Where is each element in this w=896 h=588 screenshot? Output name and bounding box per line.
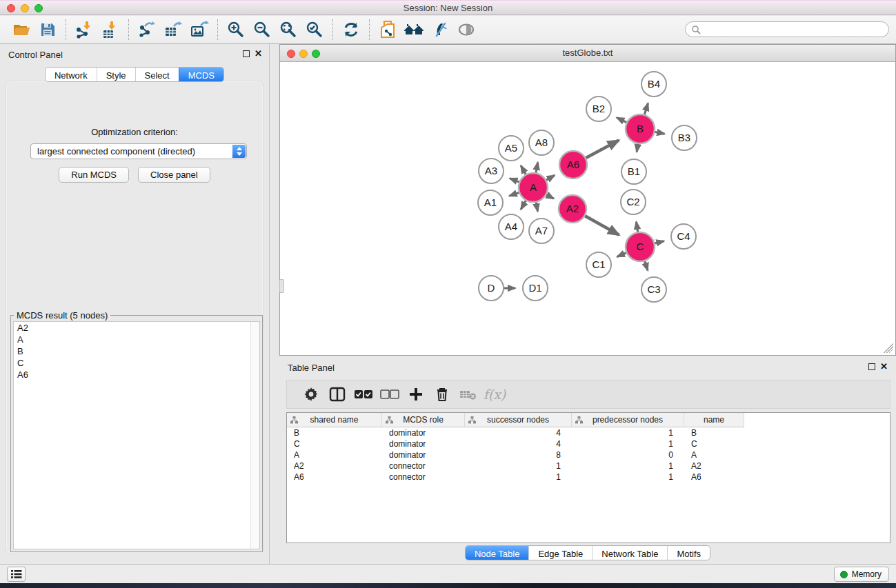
graph-node-A1[interactable]: A1 xyxy=(478,190,503,215)
column-header-predecessor-nodes[interactable]: predecessor nodes xyxy=(572,413,684,427)
network-graph[interactable]: B4B2BB3A8A5A6A3B1AA1C2A2A4A7C4CC1C3DD1 xyxy=(281,63,896,355)
result-list-item[interactable]: A2 xyxy=(14,322,259,334)
hide-graphics-icon[interactable] xyxy=(427,18,453,41)
tab-node-table[interactable]: Node Table xyxy=(466,546,529,560)
tab-select[interactable]: Select xyxy=(135,68,179,81)
table-row[interactable]: A6connector11A6 xyxy=(287,472,890,483)
column-header-successor-nodes[interactable]: successor nodes xyxy=(465,413,572,427)
graph-node-label: A5 xyxy=(505,142,517,154)
graph-node-label: A2 xyxy=(566,203,579,214)
graph-node-A4[interactable]: A4 xyxy=(499,214,524,239)
cell-shared-name: A2 xyxy=(287,460,382,472)
graph-node-D[interactable]: D xyxy=(479,276,504,301)
cell-successor-nodes: 8 xyxy=(465,449,572,460)
export-table-icon[interactable] xyxy=(160,18,186,41)
graph-node-C3[interactable]: C3 xyxy=(641,277,666,302)
result-list-item[interactable]: C xyxy=(14,357,259,369)
graph-node-B4[interactable]: B4 xyxy=(641,72,666,97)
search-input[interactable] xyxy=(701,23,888,36)
result-list-scrollbar[interactable] xyxy=(250,322,259,549)
graph-node-label: A1 xyxy=(484,196,497,208)
graph-node-A8[interactable]: A8 xyxy=(529,130,554,155)
optimization-criterion-label: Optimization criterion: xyxy=(6,127,263,137)
graph-node-C1[interactable]: C1 xyxy=(586,252,611,277)
graph-node-B2[interactable]: B2 xyxy=(586,97,611,121)
close-panel-icon[interactable]: ✕ xyxy=(880,361,888,372)
table-row[interactable]: Bdominator41B xyxy=(287,427,890,438)
task-history-button[interactable] xyxy=(7,567,26,582)
graph-node-A2[interactable]: A2 xyxy=(559,195,586,223)
graph-node-label: A6 xyxy=(567,159,579,170)
graph-node-label: C2 xyxy=(626,196,639,207)
graph-node-B1[interactable]: B1 xyxy=(621,159,646,184)
tab-network[interactable]: Network xyxy=(46,68,97,81)
run-mcds-button[interactable]: Run MCDS xyxy=(59,167,129,183)
show-columns-icon[interactable] xyxy=(324,382,350,407)
result-list-item[interactable]: B xyxy=(14,345,259,357)
graph-node-B3[interactable]: B3 xyxy=(672,125,697,150)
zoom-fit-icon[interactable] xyxy=(275,18,301,41)
tab-motifs[interactable]: Motifs xyxy=(667,546,710,560)
delete-column-icon[interactable] xyxy=(429,382,455,407)
home-view-icon[interactable] xyxy=(401,18,427,41)
tab-edge-table[interactable]: Edge Table xyxy=(528,546,592,560)
apply-layout-icon[interactable] xyxy=(338,18,364,41)
column-header-MCDS-role[interactable]: MCDS role xyxy=(382,413,465,427)
close-panel-icon[interactable]: ✕ xyxy=(255,48,262,59)
graph-node-A7[interactable]: A7 xyxy=(529,219,554,243)
network-window-titlebar[interactable]: testGlobe.txt xyxy=(280,45,895,62)
select-all-checks-icon[interactable] xyxy=(350,382,377,407)
table-row[interactable]: A2connector11A2 xyxy=(287,460,890,472)
export-image-icon[interactable] xyxy=(186,18,212,41)
import-network-icon[interactable] xyxy=(71,18,97,41)
column-header-name[interactable]: name xyxy=(684,413,744,427)
cell-predecessor-nodes: 1 xyxy=(572,438,684,449)
graph-node-C4[interactable]: C4 xyxy=(671,224,696,249)
criterion-select[interactable]: largest connected component (directed) xyxy=(30,143,247,159)
toolbar-separator xyxy=(369,19,370,40)
float-panel-icon[interactable] xyxy=(868,363,875,370)
graph-node-A3[interactable]: A3 xyxy=(479,159,504,183)
graph-node-B[interactable]: B xyxy=(626,114,655,143)
delete-table-icon[interactable] xyxy=(455,382,481,407)
graph-node-C[interactable]: C xyxy=(626,232,655,261)
float-panel-icon[interactable] xyxy=(243,50,250,57)
network-canvas[interactable]: B4B2BB3A8A5A6A3B1AA1C2A2A4A7C4CC1C3DD1 xyxy=(281,63,895,354)
column-settings-gear-icon[interactable] xyxy=(298,382,324,407)
memory-button[interactable]: Memory xyxy=(834,567,889,582)
tab-network-table[interactable]: Network Table xyxy=(592,546,667,560)
import-table-icon[interactable] xyxy=(97,18,123,41)
zoom-out-icon[interactable] xyxy=(249,18,275,41)
add-column-icon[interactable] xyxy=(403,382,429,407)
save-session-icon[interactable] xyxy=(34,18,61,41)
graph-node-A[interactable]: A xyxy=(519,173,548,202)
graph-node-A6[interactable]: A6 xyxy=(559,151,587,179)
graph-node-label: A8 xyxy=(535,136,548,148)
export-network-icon[interactable] xyxy=(134,18,160,41)
show-graphics-icon[interactable] xyxy=(453,18,479,41)
open-session-icon[interactable] xyxy=(8,18,34,41)
function-builder-icon[interactable]: f(x) xyxy=(481,382,508,407)
zoom-selected-icon[interactable] xyxy=(301,18,328,41)
resize-grip-icon[interactable] xyxy=(884,343,893,353)
search-field[interactable] xyxy=(685,21,889,37)
table-row[interactable]: Adominator80A xyxy=(287,449,890,460)
panel-grabber-handle[interactable] xyxy=(279,279,284,293)
graph-node-A5[interactable]: A5 xyxy=(499,136,524,161)
tab-mcds[interactable]: MCDS xyxy=(179,68,223,81)
tab-style[interactable]: Style xyxy=(97,68,135,81)
graph-node-D1[interactable]: D1 xyxy=(523,276,548,301)
table-row[interactable]: Cdominator41C xyxy=(287,438,890,449)
graph-node-C2[interactable]: C2 xyxy=(621,190,646,214)
clone-network-icon[interactable] xyxy=(375,18,401,41)
deselect-all-checks-icon[interactable] xyxy=(377,382,403,407)
cell-name: B xyxy=(684,427,744,438)
column-header-shared-name[interactable]: shared name xyxy=(287,413,382,427)
cell-shared-name: B xyxy=(287,427,382,438)
result-list-item[interactable]: A xyxy=(14,334,259,345)
zoom-in-icon[interactable] xyxy=(223,18,249,41)
close-panel-button[interactable]: Close panel xyxy=(138,167,210,183)
result-list-item[interactable]: A6 xyxy=(14,369,259,381)
list-icon xyxy=(11,569,22,579)
graph-node-label: A xyxy=(530,181,537,193)
